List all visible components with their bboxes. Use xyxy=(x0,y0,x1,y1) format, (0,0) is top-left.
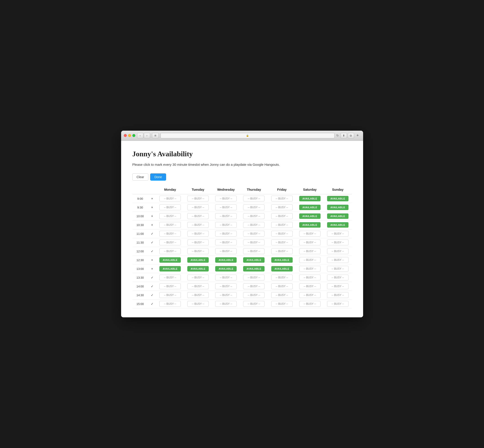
monday-slot[interactable]: -- BUSY -- xyxy=(156,221,184,229)
share-button[interactable]: ⬆ xyxy=(341,133,347,138)
fullscreen-button[interactable] xyxy=(132,134,135,137)
thursday-slot[interactable]: AVAILABLE xyxy=(240,264,268,273)
saturday-slot[interactable]: -- BUSY -- xyxy=(296,229,324,238)
forward-button[interactable]: › xyxy=(144,133,150,138)
friday-slot[interactable]: -- BUSY -- xyxy=(268,291,296,300)
thursday-slot[interactable]: -- BUSY -- xyxy=(240,229,268,238)
add-tab-button[interactable]: + xyxy=(355,133,361,138)
tuesday-slot[interactable]: -- BUSY -- xyxy=(184,203,212,212)
row-icon-cell[interactable]: ✓ xyxy=(148,282,156,291)
friday-slot[interactable]: AVAILABLE xyxy=(268,264,296,273)
thursday-slot[interactable]: -- BUSY -- xyxy=(240,194,268,203)
friday-slot[interactable]: -- BUSY -- xyxy=(268,247,296,256)
sunday-slot[interactable]: AVAILABLE xyxy=(324,203,352,212)
saturday-slot[interactable]: AVAILABLE xyxy=(296,194,324,203)
row-icon-cell[interactable]: ✓ xyxy=(148,273,156,282)
sunday-slot[interactable]: AVAILABLE xyxy=(324,194,352,203)
wednesday-slot[interactable]: -- BUSY -- xyxy=(212,300,240,308)
saturday-slot[interactable]: -- BUSY -- xyxy=(296,282,324,291)
saturday-slot[interactable]: AVAILABLE xyxy=(296,221,324,229)
row-icon-cell[interactable]: ✓ xyxy=(148,229,156,238)
row-icon-cell[interactable]: × xyxy=(148,212,156,221)
thursday-slot[interactable]: -- BUSY -- xyxy=(240,238,268,247)
back-button[interactable]: ‹ xyxy=(137,133,143,138)
monday-slot[interactable]: AVAILABLE xyxy=(156,256,184,264)
sunday-slot[interactable]: -- BUSY -- xyxy=(324,300,352,308)
friday-slot[interactable]: AVAILABLE xyxy=(268,256,296,264)
thursday-slot[interactable]: AVAILABLE xyxy=(240,256,268,264)
thursday-slot[interactable]: -- BUSY -- xyxy=(240,273,268,282)
sunday-slot[interactable]: -- BUSY -- xyxy=(324,238,352,247)
sunday-slot[interactable]: -- BUSY -- xyxy=(324,282,352,291)
thursday-slot[interactable]: -- BUSY -- xyxy=(240,203,268,212)
thursday-slot[interactable]: -- BUSY -- xyxy=(240,221,268,229)
close-button[interactable] xyxy=(124,134,127,137)
sunday-slot[interactable]: -- BUSY -- xyxy=(324,256,352,264)
tuesday-slot[interactable]: -- BUSY -- xyxy=(184,247,212,256)
done-button[interactable]: Done xyxy=(150,173,166,181)
monday-slot[interactable]: -- BUSY -- xyxy=(156,194,184,203)
sunday-slot[interactable]: -- BUSY -- xyxy=(324,291,352,300)
thursday-slot[interactable]: -- BUSY -- xyxy=(240,212,268,221)
sunday-slot[interactable]: AVAILABLE xyxy=(324,212,352,221)
wednesday-slot[interactable]: -- BUSY -- xyxy=(212,203,240,212)
saturday-slot[interactable]: -- BUSY -- xyxy=(296,300,324,308)
tuesday-slot[interactable]: -- BUSY -- xyxy=(184,212,212,221)
saturday-slot[interactable]: -- BUSY -- xyxy=(296,264,324,273)
monday-slot[interactable]: AVAILABLE xyxy=(156,264,184,273)
wednesday-slot[interactable]: -- BUSY -- xyxy=(212,273,240,282)
tuesday-slot[interactable]: -- BUSY -- xyxy=(184,273,212,282)
row-icon-cell[interactable]: × xyxy=(148,221,156,229)
friday-slot[interactable]: -- BUSY -- xyxy=(268,238,296,247)
saturday-slot[interactable]: -- BUSY -- xyxy=(296,238,324,247)
tuesday-slot[interactable]: -- BUSY -- xyxy=(184,291,212,300)
tuesday-slot[interactable]: AVAILABLE xyxy=(184,256,212,264)
tuesday-slot[interactable]: -- BUSY -- xyxy=(184,229,212,238)
friday-slot[interactable]: -- BUSY -- xyxy=(268,212,296,221)
thursday-slot[interactable]: -- BUSY -- xyxy=(240,300,268,308)
monday-slot[interactable]: -- BUSY -- xyxy=(156,247,184,256)
tuesday-slot[interactable]: -- BUSY -- xyxy=(184,194,212,203)
tab-layout-button[interactable]: ⊞ xyxy=(152,133,159,138)
friday-slot[interactable]: -- BUSY -- xyxy=(268,221,296,229)
monday-slot[interactable]: -- BUSY -- xyxy=(156,282,184,291)
sunday-slot[interactable]: -- BUSY -- xyxy=(324,273,352,282)
monday-slot[interactable]: -- BUSY -- xyxy=(156,212,184,221)
saturday-slot[interactable]: -- BUSY -- xyxy=(296,273,324,282)
row-icon-cell[interactable]: ✓ xyxy=(148,247,156,256)
wednesday-slot[interactable]: -- BUSY -- xyxy=(212,238,240,247)
tuesday-slot[interactable]: AVAILABLE xyxy=(184,264,212,273)
wednesday-slot[interactable]: AVAILABLE xyxy=(212,264,240,273)
friday-slot[interactable]: -- BUSY -- xyxy=(268,282,296,291)
friday-slot[interactable]: -- BUSY -- xyxy=(268,300,296,308)
monday-slot[interactable]: -- BUSY -- xyxy=(156,300,184,308)
monday-slot[interactable]: -- BUSY -- xyxy=(156,229,184,238)
wednesday-slot[interactable]: -- BUSY -- xyxy=(212,291,240,300)
row-icon-cell[interactable]: ✓ xyxy=(148,300,156,308)
wednesday-slot[interactable]: AVAILABLE xyxy=(212,256,240,264)
saturday-slot[interactable]: AVAILABLE xyxy=(296,203,324,212)
saturday-slot[interactable]: -- BUSY -- xyxy=(296,291,324,300)
monday-slot[interactable]: -- BUSY -- xyxy=(156,203,184,212)
friday-slot[interactable]: -- BUSY -- xyxy=(268,203,296,212)
row-icon-cell[interactable]: × xyxy=(148,203,156,212)
row-icon-cell[interactable]: × xyxy=(148,256,156,264)
monday-slot[interactable]: -- BUSY -- xyxy=(156,291,184,300)
tuesday-slot[interactable]: -- BUSY -- xyxy=(184,282,212,291)
wednesday-slot[interactable]: -- BUSY -- xyxy=(212,247,240,256)
sunday-slot[interactable]: -- BUSY -- xyxy=(324,229,352,238)
monday-slot[interactable]: -- BUSY -- xyxy=(156,238,184,247)
friday-slot[interactable]: -- BUSY -- xyxy=(268,273,296,282)
minimize-button[interactable] xyxy=(128,134,131,137)
wednesday-slot[interactable]: -- BUSY -- xyxy=(212,221,240,229)
wednesday-slot[interactable]: -- BUSY -- xyxy=(212,282,240,291)
thursday-slot[interactable]: -- BUSY -- xyxy=(240,291,268,300)
wednesday-slot[interactable]: -- BUSY -- xyxy=(212,212,240,221)
row-icon-cell[interactable]: × xyxy=(148,194,156,203)
tuesday-slot[interactable]: -- BUSY -- xyxy=(184,300,212,308)
sunday-slot[interactable]: AVAILABLE xyxy=(324,221,352,229)
row-icon-cell[interactable]: ✓ xyxy=(148,238,156,247)
tuesday-slot[interactable]: -- BUSY -- xyxy=(184,238,212,247)
sunday-slot[interactable]: -- BUSY -- xyxy=(324,264,352,273)
saturday-slot[interactable]: -- BUSY -- xyxy=(296,247,324,256)
